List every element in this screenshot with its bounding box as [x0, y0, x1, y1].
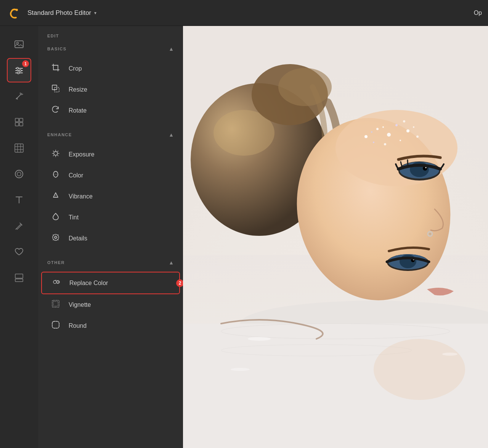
main-content: 1 — [0, 26, 488, 448]
svg-point-70 — [373, 142, 374, 143]
canvas-image — [183, 26, 488, 448]
grid-icon — [14, 143, 24, 153]
tint-label: Tint — [69, 214, 79, 221]
edit-section-title: EDIT — [38, 34, 183, 43]
sidebar-item-misc[interactable] — [7, 266, 31, 290]
tool-item-tint[interactable]: Tint — [41, 207, 180, 228]
sidebar-item-image[interactable] — [7, 32, 31, 56]
svg-rect-18 — [19, 122, 23, 126]
svg-line-38 — [58, 155, 58, 156]
app-logo[interactable] — [6, 5, 21, 21]
heart-icon — [14, 247, 24, 257]
svg-point-68 — [406, 129, 409, 132]
svg-point-94 — [248, 337, 271, 341]
basics-section-header[interactable]: BASICS ▲ — [38, 43, 183, 58]
frame-icon — [14, 169, 24, 179]
resize-icon — [50, 84, 61, 95]
misc-icon — [14, 273, 24, 283]
color-icon — [50, 170, 61, 180]
svg-point-1 — [16, 9, 18, 11]
svg-point-32 — [54, 151, 58, 155]
sidebar-badge-1: 1 — [22, 60, 29, 67]
sidebar-item-text[interactable] — [7, 188, 31, 212]
topbar-title-area[interactable]: Standard Photo Editor ▾ — [27, 9, 96, 17]
sidebar-item-grid[interactable] — [7, 136, 31, 160]
tool-item-resize[interactable]: Resize — [41, 79, 180, 100]
svg-point-67 — [395, 124, 398, 126]
svg-point-65 — [376, 128, 379, 130]
sliders-icon — [14, 65, 24, 75]
rotate-icon — [50, 105, 61, 116]
resize-label: Resize — [69, 86, 87, 93]
templates-icon — [14, 117, 24, 127]
svg-point-25 — [17, 172, 21, 176]
svg-point-72 — [400, 140, 401, 141]
svg-point-71 — [384, 143, 386, 145]
tool-item-replace-color[interactable]: Replace Color — [41, 272, 180, 294]
other-label: OTHER — [47, 260, 65, 265]
svg-point-96 — [231, 368, 250, 371]
svg-rect-28 — [15, 279, 23, 282]
svg-point-50 — [53, 280, 56, 284]
tool-item-details[interactable]: Details — [41, 228, 180, 249]
svg-rect-19 — [15, 144, 23, 152]
exposure-icon — [50, 149, 61, 160]
dropdown-arrow-icon[interactable]: ▾ — [94, 10, 96, 16]
svg-point-61 — [278, 68, 332, 106]
tool-item-vibrance[interactable]: Vibrance — [41, 186, 180, 207]
svg-point-8 — [19, 70, 21, 72]
sidebar-item-frame[interactable] — [7, 162, 31, 186]
sidebar-item-templates[interactable] — [7, 110, 31, 134]
tool-item-color[interactable]: Color — [41, 165, 180, 186]
tint-icon — [50, 212, 61, 222]
svg-point-3 — [17, 42, 19, 44]
svg-rect-17 — [15, 122, 19, 126]
enhance-section-header[interactable]: ENHANCE ▲ — [38, 129, 183, 144]
details-label: Details — [69, 235, 87, 242]
tool-item-rotate[interactable]: Rotate — [41, 100, 180, 121]
topbar-right-label: Op — [474, 10, 482, 16]
other-section-header[interactable]: OTHER ▲ — [38, 256, 183, 272]
round-label: Round — [69, 322, 87, 329]
svg-rect-15 — [15, 118, 19, 122]
vignette-icon — [50, 300, 61, 310]
svg-point-74 — [382, 126, 384, 128]
svg-point-7 — [17, 68, 19, 69]
canvas-area — [183, 26, 488, 448]
svg-line-40 — [53, 155, 54, 156]
svg-line-37 — [53, 151, 54, 152]
vignette-label: Vignette — [69, 301, 91, 308]
svg-point-93 — [374, 339, 465, 400]
topbar-title: Standard Photo Editor — [27, 9, 91, 17]
crop-label: Crop — [69, 65, 82, 72]
draw-icon — [14, 221, 24, 231]
svg-point-76 — [403, 120, 405, 122]
icon-sidebar: 1 — [0, 26, 38, 448]
color-label: Color — [69, 172, 83, 179]
tool-item-exposure[interactable]: Exposure — [41, 144, 180, 165]
sidebar-item-favorites[interactable] — [7, 240, 31, 264]
vibrance-label: Vibrance — [69, 193, 93, 200]
svg-point-69 — [416, 135, 419, 138]
enhance-chevron-icon: ▲ — [169, 132, 174, 138]
basics-chevron-icon: ▲ — [169, 46, 174, 52]
svg-point-9 — [18, 72, 19, 74]
tool-item-crop[interactable]: Crop — [41, 58, 180, 79]
text-icon — [14, 195, 24, 205]
svg-line-39 — [58, 151, 58, 152]
svg-point-45 — [55, 236, 57, 239]
tool-item-vignette[interactable]: Vignette — [41, 294, 180, 315]
other-chevron-icon: ▲ — [169, 259, 174, 266]
sidebar-item-magic[interactable] — [7, 84, 31, 108]
svg-rect-2 — [15, 41, 23, 48]
sidebar-item-draw[interactable] — [7, 214, 31, 238]
magic-wand-icon — [14, 91, 24, 101]
tool-item-round[interactable]: Round — [41, 315, 180, 336]
replace-color-icon — [51, 278, 62, 288]
image-icon — [14, 39, 24, 49]
tool-badge-2: 2 — [176, 279, 183, 287]
svg-point-63 — [336, 110, 458, 186]
vibrance-icon — [50, 191, 61, 201]
svg-rect-16 — [19, 118, 23, 122]
sidebar-item-adjustments[interactable]: 1 — [7, 58, 31, 82]
